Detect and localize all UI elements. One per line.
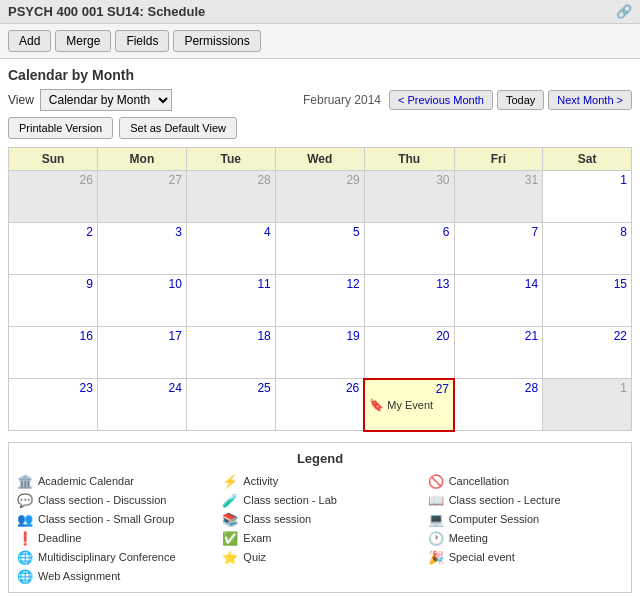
col-wed: Wed <box>275 148 364 171</box>
calendar-cell-w1-d0: 2 <box>9 223 98 275</box>
calendar-cell-w0-d2: 28 <box>186 171 275 223</box>
col-thu: Thu <box>364 148 454 171</box>
legend-item-1: ⚡Activity <box>222 474 417 489</box>
day-number-w4-d4[interactable]: 27 <box>369 382 449 396</box>
day-number-w1-d4[interactable]: 6 <box>369 225 450 239</box>
legend-label-1: Activity <box>243 475 278 487</box>
day-number-w1-d1[interactable]: 3 <box>102 225 182 239</box>
day-number-w1-d2[interactable]: 4 <box>191 225 271 239</box>
legend-label-5: Class section - Lecture <box>449 494 561 506</box>
calendar-week-1: 2345678 <box>9 223 632 275</box>
day-number-w0-d3[interactable]: 29 <box>280 173 360 187</box>
calendar-cell-w1-d2: 4 <box>186 223 275 275</box>
page-content: Calendar by Month View Calendar by Month… <box>0 59 640 597</box>
calendar-cell-w2-d2: 11 <box>186 275 275 327</box>
legend-icon-7: 📚 <box>222 512 238 527</box>
day-number-w3-d4[interactable]: 20 <box>369 329 450 343</box>
day-number-w0-d1[interactable]: 27 <box>102 173 182 187</box>
legend-item-15: 🌐Web Assignment <box>17 569 212 584</box>
day-number-w4-d5[interactable]: 28 <box>459 381 538 395</box>
calendar-cell-w0-d1: 27 <box>97 171 186 223</box>
calendar-cell-w2-d4: 13 <box>364 275 454 327</box>
page-title-bar: PSYCH 400 001 SU14: Schedule <box>8 4 205 19</box>
legend-label-2: Cancellation <box>449 475 510 487</box>
legend-icon-12: 🌐 <box>17 550 33 565</box>
day-number-w0-d5[interactable]: 31 <box>459 173 539 187</box>
permissions-button[interactable]: Permissions <box>173 30 260 52</box>
legend-label-11: Meeting <box>449 532 488 544</box>
legend-label-12: Multidisciplinary Conference <box>38 551 176 563</box>
legend-label-4: Class section - Lab <box>243 494 337 506</box>
day-number-w3-d5[interactable]: 21 <box>459 329 539 343</box>
day-number-w1-d0[interactable]: 2 <box>13 225 93 239</box>
day-number-w2-d5[interactable]: 14 <box>459 277 539 291</box>
day-number-w3-d0[interactable]: 16 <box>13 329 93 343</box>
day-number-w0-d4[interactable]: 30 <box>369 173 450 187</box>
day-number-w4-d0[interactable]: 23 <box>13 381 93 395</box>
legend-label-6: Class section - Small Group <box>38 513 174 525</box>
day-number-w3-d2[interactable]: 18 <box>191 329 271 343</box>
day-number-w1-d3[interactable]: 5 <box>280 225 360 239</box>
calendar-cell-w3-d5: 21 <box>454 327 543 379</box>
legend-item-0: 🏛️Academic Calendar <box>17 474 212 489</box>
legend-section: Legend 🏛️Academic Calendar⚡Activity🚫Canc… <box>8 442 632 593</box>
legend-label-0: Academic Calendar <box>38 475 134 487</box>
day-number-w2-d3[interactable]: 12 <box>280 277 360 291</box>
calendar-header-row: Sun Mon Tue Wed Thu Fri Sat <box>9 148 632 171</box>
legend-item-11: 🕐Meeting <box>428 531 623 546</box>
calendar-table: Sun Mon Tue Wed Thu Fri Sat 262728293031… <box>8 147 632 432</box>
legend-label-8: Computer Session <box>449 513 540 525</box>
day-number-w0-d6[interactable]: 1 <box>547 173 627 187</box>
day-number-w4-d3[interactable]: 26 <box>280 381 360 395</box>
calendar-cell-w3-d2: 18 <box>186 327 275 379</box>
day-number-w3-d1[interactable]: 17 <box>102 329 182 343</box>
calendar-cell-w2-d0: 9 <box>9 275 98 327</box>
event-my-event[interactable]: 🔖My Event <box>369 398 449 412</box>
day-number-w4-d2[interactable]: 25 <box>191 381 271 395</box>
col-fri: Fri <box>454 148 543 171</box>
view-select[interactable]: Calendar by Month <box>40 89 172 111</box>
set-default-view-button[interactable]: Set as Default View <box>119 117 237 139</box>
calendar-cell-w4-d3: 26 <box>275 379 364 431</box>
legend-title: Legend <box>17 451 623 466</box>
day-number-w2-d0[interactable]: 9 <box>13 277 93 291</box>
day-number-w2-d4[interactable]: 13 <box>369 277 450 291</box>
col-sat: Sat <box>543 148 632 171</box>
day-number-w2-d2[interactable]: 11 <box>191 277 271 291</box>
prev-month-button[interactable]: < Previous Month <box>389 90 493 110</box>
legend-grid: 🏛️Academic Calendar⚡Activity🚫Cancellatio… <box>17 474 623 584</box>
next-month-button[interactable]: Next Month > <box>548 90 632 110</box>
fields-button[interactable]: Fields <box>115 30 169 52</box>
merge-button[interactable]: Merge <box>55 30 111 52</box>
calendar-week-0: 2627282930311 <box>9 171 632 223</box>
calendar-cell-w4-d5: 28 <box>454 379 543 431</box>
col-sun: Sun <box>9 148 98 171</box>
today-button[interactable]: Today <box>497 90 544 110</box>
calendar-cell-w1-d3: 5 <box>275 223 364 275</box>
day-number-w0-d2[interactable]: 28 <box>191 173 271 187</box>
legend-item-9: ❗Deadline <box>17 531 212 546</box>
legend-item-2: 🚫Cancellation <box>428 474 623 489</box>
calendar-cell-w0-d4: 30 <box>364 171 454 223</box>
legend-icon-2: 🚫 <box>428 474 444 489</box>
legend-item-5: 📖Class section - Lecture <box>428 493 623 508</box>
calendar-cell-w3-d1: 17 <box>97 327 186 379</box>
printable-version-button[interactable]: Printable Version <box>8 117 113 139</box>
day-number-w0-d0[interactable]: 26 <box>13 173 93 187</box>
view-label: View <box>8 93 34 107</box>
legend-item-10: ✅Exam <box>222 531 417 546</box>
add-button[interactable]: Add <box>8 30 51 52</box>
day-number-w4-d1[interactable]: 24 <box>102 381 182 395</box>
calendar-cell-w0-d0: 26 <box>9 171 98 223</box>
day-number-w2-d6[interactable]: 15 <box>547 277 627 291</box>
legend-item-8: 💻Computer Session <box>428 512 623 527</box>
legend-icon-11: 🕐 <box>428 531 444 546</box>
day-number-w2-d1[interactable]: 10 <box>102 277 182 291</box>
day-number-w3-d6[interactable]: 22 <box>547 329 627 343</box>
day-number-w1-d6[interactable]: 8 <box>547 225 627 239</box>
day-number-w1-d5[interactable]: 7 <box>459 225 539 239</box>
day-number-w3-d3[interactable]: 19 <box>280 329 360 343</box>
action-row: Printable Version Set as Default View <box>8 117 632 139</box>
legend-item-7: 📚Class session <box>222 512 417 527</box>
day-number-w4-d6[interactable]: 1 <box>547 381 627 395</box>
